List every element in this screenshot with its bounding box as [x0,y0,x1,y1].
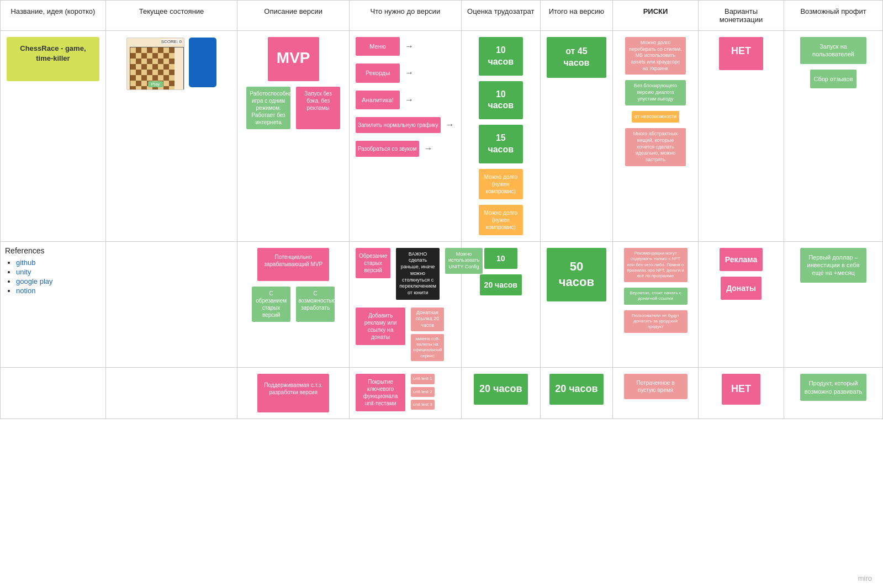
arrow-icon-4: → [446,120,454,130]
ref-unity[interactable]: unity [16,268,31,276]
supported-todo-cell: Покрытие ключевого функционала unit-тест… [350,368,462,419]
col-header-1: Название, идея (коротко) [1,1,106,31]
total3-note: 20 часов [549,374,604,404]
col-header-2: Текущее состояние [105,1,237,31]
effort-3: 15часов [479,125,523,163]
arrow-icon: → [405,41,414,51]
references-cell: References github unity google play noti… [1,241,106,367]
effort-1: 10часов [479,37,523,76]
arrow-icon-3: → [405,95,414,105]
ref-notion[interactable]: notion [16,287,35,295]
todo2-unity-config: Можно использовать UNITY Config [445,248,483,274]
desc-note2: Запуск без бэка, без рекламы [296,87,340,129]
risk2-2: Вероятно, стоит начать с донатной ссылки [624,288,688,305]
todo-sound: Разобраться со звуком [356,141,419,157]
chessrace-desc-cell: MVP Работоспособная игра с одним режимом… [237,31,350,242]
todo2-ads-note: замена coft-валюты на официальный сервис [411,334,444,362]
profit3-1: Продукт, который возможно развивать [800,374,866,401]
col-header-6: Итого на версию [540,1,612,31]
col-header-8: Варианты монетизации [699,1,784,31]
monetization3-no: НЕТ [722,374,760,404]
todo-analytics: Аналитика! [356,91,400,109]
chessrace-effort-cell: 10часов 10часов 15часов Можно долго (нуж… [461,31,540,242]
risk-1: Можно долго перебирать со стилем. МБ исп… [625,37,686,75]
desc-mvp2: Потенциально зарабатывающий MVP [257,248,329,281]
supported-profit-cell: Продукт, который возможно развивать [784,368,883,419]
total-note: от 45 часов [547,37,606,78]
supported-risks-cell: Потраченное в пустую время [613,368,699,419]
profit2-1: Первый доллар – инвестиции в себя ещё на… [800,248,866,283]
supported-effort-cell: 20 часов [461,368,540,419]
risk2-3: Пользователи не будут донатить за уродск… [624,310,688,333]
todo-menu: Меню [356,37,400,56]
monetizing-desc-cell: Потенциально зарабатывающий MVP С обреза… [237,241,350,367]
profit-2: Сбор отзывов [810,70,856,88]
monetizing-monetization-cell: Реклама Донаты [699,241,784,367]
references-list: github unity google play notion [5,258,101,295]
main-container: Название, идея (коротко) Текущее состоян… [0,0,883,588]
todo3-n1: unit test 1 [411,374,435,384]
monetization-no: НЕТ [719,37,763,70]
col-header-3: Описание версии [237,1,350,31]
table-row-chessrace: ChessRace - game, time-killer SCORE: 0 /… [1,31,883,242]
effort-5: Можно долго (нужен компромис) [479,205,523,235]
col-header-4: Что нужно до версии [350,1,462,31]
chessrace-label: ChessRace - game, time-killer [7,37,99,81]
chessrace-total-cell: от 45 часов [540,31,612,242]
supported-desc-cell: Поддерживаемая с.т.з. разработки версия [237,368,350,419]
col-header-7: РИСКИ [613,1,699,31]
chessrace-profit-cell: Запуск на пользователей Сбор отзывов [784,31,883,242]
chessrace-risks-cell: Можно долго перебирать со стилем. МБ исп… [613,31,699,242]
monetizing-profit-cell: Первый доллар – инвестиции в себя ещё на… [784,241,883,367]
ref-github[interactable]: github [16,258,35,267]
monetization2-donate: Донаты [721,277,762,300]
effort2-1: 10 [484,248,517,269]
chessrace-monetization-cell: НЕТ [699,31,784,242]
todo3-n3: unit test 3 [411,400,435,410]
phone-screen [189,38,216,87]
chessrace-state-cell: SCORE: 0 // Generate chess board cells d… [105,31,237,242]
todo2-cut: Обрезание старых версий [356,248,390,278]
desc-note1: Работоспособная игра с одним режимом. Ра… [246,87,290,129]
monetizing-state-cell [105,241,237,367]
ref-google-play[interactable]: google play [16,277,53,285]
monetizing-total-cell: 50 часов [540,241,612,367]
supported-state-cell [105,368,237,419]
risk-4: Много абстрактных вещей, которые хочется… [625,128,686,166]
risk-3: от невозможности [632,111,679,123]
todo-records: Рекорды [356,63,400,82]
effort2-2: 20 часов [480,274,522,295]
miro-watermark: miro [858,574,872,582]
table-row-supported: Поддерживаемая с.т.з. разработки версия … [1,368,883,419]
supported-total-cell: 20 часов [540,368,612,419]
desc3-label: Поддерживаемая с.т.з. разработки версия [257,374,329,412]
profit-1: Запуск на пользователей [800,37,866,64]
monetizing-todo-cell: Обрезание старых версий ВАЖНО сделать ра… [350,241,462,367]
references-title: References [5,246,101,255]
todo2-ads: Добавить рекламу или ссылку на донаты [356,308,405,345]
chessrace-todo-cell: Меню → Рекорды → Аналитика! → Запилить [350,31,462,242]
table-row-monetizing: References github unity google play noti… [1,241,883,367]
arrow-icon-2: → [405,68,414,78]
col-header-5: Оценка трудозатрат [461,1,540,31]
risk3-1: Потраченное в пустую время [624,374,688,399]
risk-2: Без блокирующего версию диалога упустим … [625,80,686,105]
supported-name-cell [1,368,106,419]
monetizing-risks-cell: Рекомендации могут содержать только с NF… [613,241,699,367]
todo2-donate-label: Донатная ссылка 20 часов [411,308,444,331]
effort-2: 10часов [479,81,523,120]
risk2-1: Рекомендации могут содержать только с NF… [624,248,688,282]
todo2-important: ВАЖНО сделать раньше, иначе можно столкн… [396,248,440,300]
supported-monetization-cell: НЕТ [699,368,784,419]
effort-4: Можно долго (нужен компромис) [479,169,523,199]
todo3-coverage: Покрытие ключевого функционала unit-тест… [356,374,405,411]
mvp-note: MVP [268,37,319,81]
todo3-n2: unit test 2 [411,387,435,397]
arrow-icon-5: → [424,144,433,153]
col-header-9: Возможный профит [784,1,883,31]
planning-table: Название, идея (коротко) Текущее состоян… [0,0,883,419]
total2-note: 50 часов [547,248,606,301]
monetization2-ads: Реклама [720,248,763,271]
effort3-1: 20 часов [474,374,528,404]
desc-cut: С обрезанием старых версий [252,287,290,322]
